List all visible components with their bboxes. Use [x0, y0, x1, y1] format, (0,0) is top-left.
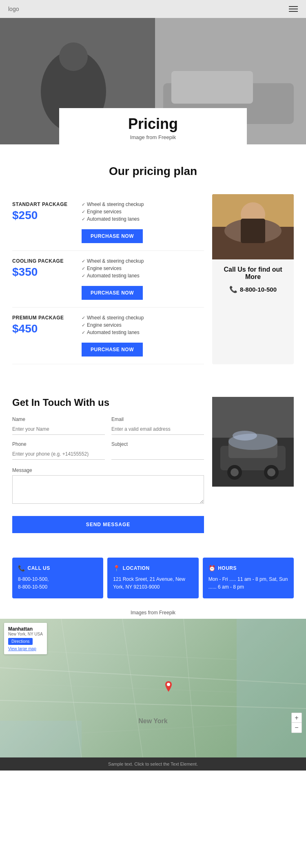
subject-label: Subject	[111, 441, 204, 447]
package-name-standard: STANDART PACKAGE	[12, 202, 78, 207]
contact-title: Get In Touch With us	[12, 397, 204, 408]
info-cards: 📞 CALL US 8-800-10-500, 8-800-10-500 📍 L…	[0, 549, 306, 607]
svg-line-31	[82, 725, 237, 733]
svg-point-19	[267, 468, 275, 476]
call-card: Call Us for find out More 📞 8-800-10-500	[212, 194, 294, 364]
map-new-york-label: New York	[138, 717, 167, 725]
info-card-location-title: LOCATION	[123, 565, 150, 571]
svg-rect-11	[241, 219, 265, 243]
menu-button[interactable]	[289, 6, 298, 12]
info-card-hours-header: ⏰ HOURS	[208, 565, 288, 571]
package-feature-0-1: Engine services	[82, 209, 200, 215]
svg-rect-23	[0, 721, 82, 757]
mechanic-svg	[212, 194, 294, 259]
package-price-standard: $250	[12, 209, 78, 222]
info-card-location-header: 📍 LOCATION	[113, 565, 193, 571]
subject-input[interactable]	[111, 449, 204, 460]
map-location-card: Manhattan New York, NY USA Directions Vi…	[4, 623, 47, 654]
package-row-premium: PREMIUM PACKAGE $450 Wheel & steering ch…	[12, 308, 204, 364]
hero-section: Pricing Image from Freepik	[0, 18, 306, 144]
call-card-title: Call Us for find out More	[219, 266, 287, 281]
map-location-name: Manhattan	[8, 626, 43, 632]
package-feature-1-0: Wheel & steering checkup	[82, 258, 200, 264]
purchase-btn-cooling[interactable]: PURCHASE NOW	[82, 286, 143, 300]
package-feature-0-0: Wheel & steering checkup	[82, 202, 200, 207]
form-group-name: Name	[12, 416, 105, 435]
purchase-btn-standard[interactable]: PURCHASE NOW	[82, 229, 143, 243]
footer-text: Sample text. Click to select the Text El…	[108, 762, 198, 766]
map-zoom-controls: + −	[291, 713, 302, 733]
svg-line-30	[20, 684, 237, 692]
phone-icon: 📞	[229, 286, 237, 293]
info-card-location-content: 121 Rock Sreet, 21 Avenue, New York, NY …	[113, 576, 193, 591]
package-center-cooling: Wheel & steering checkup Engine services…	[78, 258, 204, 300]
package-left-premium: PREMIUM PACKAGE $450	[12, 315, 78, 335]
info-card-call-title: CALL US	[28, 565, 50, 571]
map-pin-svg	[164, 681, 173, 693]
package-price-cooling: $350	[12, 266, 78, 279]
pricing-section: Our pricing plan STANDART PACKAGE $250 W…	[0, 144, 306, 381]
info-card-hours-title: HOURS	[218, 565, 237, 571]
contact-image	[212, 397, 294, 533]
contact-form: Get In Touch With us Name Email Phone Su…	[12, 397, 204, 533]
package-feature-2-1: Engine services	[82, 322, 200, 328]
name-input[interactable]	[12, 424, 105, 435]
map-marker	[164, 681, 173, 695]
svg-point-32	[167, 683, 170, 686]
form-group-subject: Subject	[111, 441, 204, 460]
form-group-email: Email	[111, 416, 204, 435]
contact-section: Get In Touch With us Name Email Phone Su…	[0, 381, 306, 549]
package-row-standard: STANDART PACKAGE $250 Wheel & steering c…	[12, 194, 204, 251]
phone-input[interactable]	[12, 449, 105, 460]
info-card-location: 📍 LOCATION 121 Rock Sreet, 21 Avenue, Ne…	[107, 558, 198, 598]
package-center-standard: Wheel & steering checkup Engine services…	[78, 202, 204, 243]
call-card-content: Call Us for find out More 📞 8-800-10-500	[212, 259, 294, 364]
view-large-map-link[interactable]: View large map	[8, 647, 43, 651]
hours-line-0: Mon - Fri ..... 11 am - 8 pm, Sat, Sun .…	[208, 576, 288, 591]
call-line-0: 8-800-10-500,	[18, 576, 98, 583]
package-feature-1-1: Engine services	[82, 266, 200, 271]
map-background: Manhattan New York, NY USA Directions Vi…	[0, 619, 306, 757]
package-feature-0-2: Automated testing lanes	[82, 216, 200, 222]
hero-title: Pricing	[75, 115, 231, 133]
pricing-grid: STANDART PACKAGE $250 Wheel & steering c…	[12, 194, 294, 364]
info-card-call-content: 8-800-10-500, 8-800-10-500	[18, 576, 98, 591]
footer-bar: Sample text. Click to select the Text El…	[0, 757, 306, 771]
location-icon: 📍	[113, 565, 120, 571]
form-row-name-email: Name Email	[12, 416, 204, 435]
package-name-cooling: COOLING PACKAGE	[12, 258, 78, 264]
zoom-out-button[interactable]: −	[292, 723, 302, 733]
car-wash-image	[212, 397, 294, 487]
phone-label: Phone	[12, 441, 105, 447]
package-row-cooling: COOLING PACKAGE $350 Wheel & steering ch…	[12, 251, 204, 308]
map-section: Manhattan New York, NY USA Directions Vi…	[0, 619, 306, 757]
car-svg	[212, 397, 294, 487]
package-feature-2-2: Automated testing lanes	[82, 330, 200, 335]
hero-subtitle: Image from Freepik	[75, 134, 231, 140]
call-card-phone: 📞 8-800-10-500	[219, 286, 287, 293]
svg-line-28	[184, 619, 196, 757]
form-group-message: Message	[12, 466, 204, 505]
call-card-phone-number: 8-800-10-500	[240, 286, 277, 293]
svg-line-29	[41, 651, 237, 660]
message-textarea[interactable]	[12, 475, 204, 504]
images-credit: Images from Freepik	[0, 607, 306, 619]
logo: logo	[8, 6, 19, 12]
package-center-premium: Wheel & steering checkup Engine services…	[78, 315, 204, 356]
email-input[interactable]	[111, 424, 204, 435]
info-card-hours-content: Mon - Fri ..... 11 am - 8 pm, Sat, Sun .…	[208, 576, 288, 591]
svg-point-21	[233, 431, 257, 441]
send-button[interactable]: SEND MESSAGE	[12, 516, 204, 533]
package-feature-1-2: Automated testing lanes	[82, 273, 200, 279]
svg-rect-6	[171, 71, 253, 104]
package-left-standard: STANDART PACKAGE $250	[12, 202, 78, 222]
package-feature-2-0: Wheel & steering checkup	[82, 315, 200, 321]
directions-button[interactable]: Directions	[8, 638, 33, 645]
call-icon: 📞	[18, 565, 25, 571]
header: logo	[0, 0, 306, 18]
purchase-btn-premium[interactable]: PurchASE Now	[82, 343, 143, 356]
zoom-in-button[interactable]: +	[292, 713, 302, 723]
clock-icon: ⏰	[208, 565, 216, 571]
form-row-phone-subject: Phone Subject	[12, 441, 204, 460]
svg-point-17	[231, 468, 239, 476]
